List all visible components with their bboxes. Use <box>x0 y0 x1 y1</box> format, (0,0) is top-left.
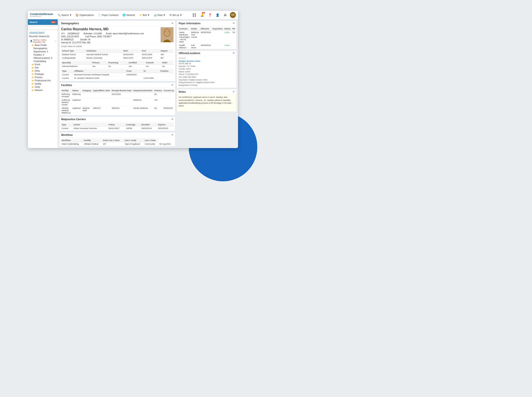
folder-icon: 📂 <box>32 63 34 66</box>
affiliation-section: Type Affiliation From To Position Curren… <box>61 69 174 80</box>
internal-id-value: Internal Id: 11117873 Title: MD <box>61 41 91 44</box>
nav-data[interactable]: 📊 Data ▼ <box>152 11 167 19</box>
affiliation-table: Type Affiliation From To Position Curren… <box>61 69 174 80</box>
sidebar-label: Privileges <box>35 73 44 75</box>
affil-col-to: To <box>143 69 160 73</box>
edu-col-institution: Institution <box>85 49 122 53</box>
nav-organizations[interactable]: 🏠 Organizations <box>74 11 96 19</box>
gear-icon: ⚙ <box>169 13 172 17</box>
sidebar-item-departments[interactable]: Departments: 3 <box>28 50 58 53</box>
nav-setup[interactable]: ⚙ Set up ▼ <box>168 11 184 19</box>
sidebar-item-provider[interactable]: 👤 Herrera, Carlos Reynaldo, MD ⚠ <box>28 38 58 43</box>
cell-value: Cell Phone: (858) 778-8877 <box>85 35 112 38</box>
data-icon: 📊 <box>154 13 157 17</box>
sidebar-item-credentialing[interactable]: Credentialing <box>28 60 58 63</box>
wf-col-date: Line 1 Date <box>144 138 158 142</box>
mal-col-policy: Policy <box>108 123 125 127</box>
malpractice-title: Malpractice Carriers <box>61 118 86 121</box>
print-button[interactable]: 🖶 <box>222 12 228 18</box>
sidebar-item-process[interactable]: 📂 Process <box>28 76 58 79</box>
demographics-header: Demographics ✕ <box>59 21 175 26</box>
malpractice-card: Malpractice Carriers ✕ Type Carrier Poli… <box>59 117 175 131</box>
workflow-close-button[interactable]: ✕ <box>171 133 174 136</box>
affil-col-from: From <box>126 69 143 73</box>
sidebar-item-hub[interactable]: 📂 Hub <box>28 66 58 69</box>
nav-search[interactable]: 🔍 Search ▼ <box>56 11 73 19</box>
pay-col-contract: Contract <box>178 27 190 31</box>
sidebar-item-network[interactable]: 📂 Network <box>28 89 58 92</box>
sidebar-label: Process <box>35 76 42 79</box>
demo-row-ssn: SSN: 123-25-4678 Cell Phone: (858) 778-8… <box>61 35 159 38</box>
nav-payer-contracts[interactable]: 📄 Payer Contracts <box>96 11 120 19</box>
help-icon: ❓ <box>208 13 212 17</box>
notification-button[interactable]: 🔔 15 <box>199 12 205 18</box>
demographics-close-button[interactable]: ✕ <box>171 22 174 25</box>
facilities-close-button[interactable]: ✕ <box>171 83 174 87</box>
workflow-title: Workflow <box>61 133 73 136</box>
table-row: Initial CredentialingAllState Medical107… <box>61 142 174 146</box>
wf-col-workflow: Workflow <box>61 138 83 142</box>
npi-value: 1003858143 <box>67 32 79 35</box>
sidebar-item-quality[interactable]: 📂 Quality <box>28 82 58 85</box>
sidebar-label: Hub <box>35 67 39 69</box>
sidebar-item-professional-info[interactable]: 📂 Professional Info <box>28 79 58 82</box>
provider-photo <box>161 27 174 42</box>
nav-network[interactable]: 🌐 Network <box>121 11 137 19</box>
offices-close-button[interactable]: ✕ <box>232 51 235 55</box>
sidebar-item-facilities[interactable]: Facilities: 4 <box>28 53 58 56</box>
sidebar-item-basic-profile[interactable]: 📂 Basic Profile <box>28 43 58 47</box>
user-button[interactable]: 👤 <box>214 12 220 18</box>
wf-col-facility: Facility <box>83 138 102 142</box>
payer-info-body: Contract Entity Effective Expiration Sta… <box>177 26 236 49</box>
apps-button[interactable] <box>191 12 197 18</box>
new-badge: New <box>51 21 56 23</box>
sidebar-tree: 👤 Herrera, Carlos Reynaldo, MD ⚠ 📂 Basic… <box>28 38 58 148</box>
fac-col-category: Category <box>81 89 92 93</box>
notes-close-button[interactable]: ✕ <box>232 90 235 93</box>
malpractice-close-button[interactable]: ✕ <box>171 118 174 121</box>
content-area: Search New ✕ 🔍 Advanced Search Recently … <box>28 19 238 148</box>
sidebar-item-privileges[interactable]: 📂 Privileges <box>28 73 58 76</box>
nav-bolt[interactable]: ⚡ Bolt ▼ <box>137 11 151 19</box>
sidebar-item-verify[interactable]: 📂 Verify <box>28 85 58 89</box>
caqh-row: CAQH Attest Id: 55336 <box>61 44 159 48</box>
npi-label: NPI: <box>61 32 65 35</box>
app-logo: CredentialStream by HealthStream <box>30 13 53 17</box>
facilities-scroll[interactable]: Facility Status Category Appt./Effect. D… <box>61 89 174 114</box>
sidebar-item-demographics[interactable]: Demographics <box>28 47 58 50</box>
folder-icon: 📂 <box>32 44 34 46</box>
facilities-title: Facilities <box>61 84 72 87</box>
center-column: Demographics ✕ Carlos Reynaldo Herrera, … <box>59 21 175 147</box>
folder-icon: 📂 <box>32 70 34 72</box>
payer-info-scroll[interactable]: Contract Entity Effective Expiration Sta… <box>178 27 235 48</box>
avatar[interactable]: CR <box>230 12 236 18</box>
payer-info-close-button[interactable]: ✕ <box>232 22 235 25</box>
sidebar-item-other[interactable]: 📂 Other <box>28 69 58 73</box>
bolt-icon: ⚡ <box>139 13 142 17</box>
sidebar-label: Basic Profile <box>35 44 47 46</box>
offices-title: Offices/Locations <box>179 52 200 55</box>
main-panel: Demographics ✕ Carlos Reynaldo Herrera, … <box>58 19 238 148</box>
person-icon: 👤 <box>30 40 32 42</box>
table-row: Referring ProviderReferring5/31/2025No <box>61 93 174 98</box>
table-row: AllState Medical-88889122ApplicantMedica… <box>61 106 174 115</box>
pay-col-effective: Effective <box>200 27 212 31</box>
malpractice-header: Malpractice Carriers ✕ <box>59 117 175 122</box>
sidebar-label: Network <box>35 89 43 91</box>
sidebar-item-offices[interactable]: Offices/Locations: 3 <box>28 56 58 60</box>
workflow-body: Workflow Facility Code Line 1 Desc Line … <box>59 137 175 147</box>
table-row: Health Alliance - HMO, POS, PPOPali Momi… <box>178 43 235 49</box>
mal-col-expires: Expires <box>157 123 174 127</box>
help-button[interactable]: ❓ <box>207 12 213 18</box>
birthdate-value: Birthdate: 1/1/1908 <box>84 32 102 35</box>
malpractice-table: Type Carrier Policy Coverage Enrolled Ex… <box>61 123 174 130</box>
nav-search-label: Search <box>61 14 69 16</box>
svg-rect-1 <box>195 13 196 15</box>
advanced-search-link[interactable]: Advanced Search <box>28 31 58 34</box>
search-input[interactable] <box>29 26 59 30</box>
affil-col-position: Position <box>160 69 174 73</box>
office-name[interactable]: Heights Doctors Clinic <box>179 60 235 62</box>
sidebar-item-enroll[interactable]: 📂 Enroll <box>28 63 58 66</box>
affil-col-type: Type <box>61 69 73 73</box>
edu-col-end: End <box>141 49 160 53</box>
